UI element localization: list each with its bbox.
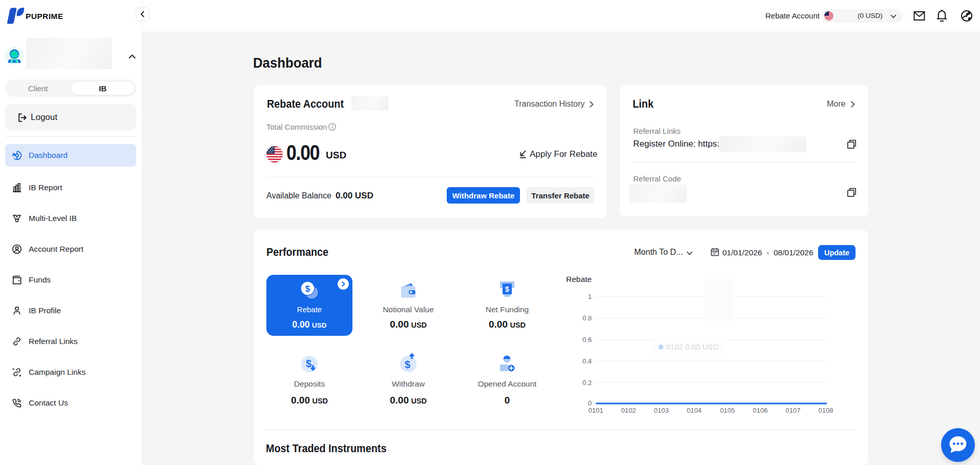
svg-text:0101: 0101 (589, 407, 603, 414)
svg-text:0103: 0103 (654, 407, 669, 414)
svg-text:1: 1 (588, 293, 592, 300)
svg-text:0107: 0107 (786, 407, 801, 414)
svg-text:0: 0 (588, 399, 592, 407)
svg-text:0105: 0105 (720, 407, 735, 414)
svg-text:0.6: 0.6 (582, 336, 592, 343)
svg-text:0104: 0104 (687, 407, 702, 414)
svg-text:0.4: 0.4 (582, 357, 592, 365)
svg-text:$: $ (305, 284, 310, 294)
svg-text:0106: 0106 (753, 407, 768, 414)
svg-text:$: $ (505, 285, 509, 293)
svg-text:0102: 0102 (621, 407, 636, 414)
svg-text:0102 0.00 USD: 0102 0.00 USD (666, 342, 719, 351)
svg-text:0.2: 0.2 (582, 379, 592, 387)
svg-text:0.8: 0.8 (582, 314, 592, 322)
svg-text:0108: 0108 (819, 407, 833, 414)
